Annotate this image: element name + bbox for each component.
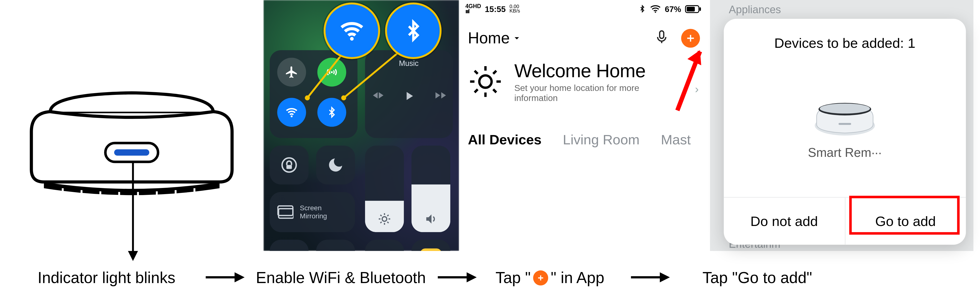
screen-mirroring-tile[interactable]: Screen Mirroring — [270, 192, 355, 232]
step2-panel: Music Screen Mirroring — [263, 0, 459, 251]
battery-icon — [685, 5, 702, 13]
svg-rect-26 — [278, 208, 294, 218]
step3-panel: 4GHD ıııl 15:55 0.00 KB/s 67% Home — [459, 0, 710, 251]
do-not-disturb-tile[interactable] — [316, 146, 355, 184]
svg-point-66 — [820, 103, 870, 113]
svg-line-61 — [493, 89, 496, 92]
svg-point-46 — [655, 11, 656, 13]
svg-rect-15 — [286, 165, 292, 169]
hd-badge: HD — [473, 3, 481, 10]
welcome-card[interactable]: Welcome Home Set your home location for … — [468, 60, 701, 103]
svg-rect-49 — [700, 7, 701, 11]
caption-step4: Tap "Go to add" — [702, 269, 812, 287]
chevron-right-icon: › — [695, 83, 698, 96]
status-bar: 4GHD ıııl 15:55 0.00 KB/s 67% — [459, 0, 710, 16]
home-label: Home — [468, 29, 510, 47]
screen-mirroring-label: Screen Mirroring — [300, 204, 327, 221]
svg-rect-50 — [660, 31, 664, 38]
svg-rect-9 — [114, 149, 149, 156]
orientation-lock-tile[interactable] — [270, 146, 309, 184]
chevron-down-icon — [512, 33, 521, 42]
indicator-arrow — [127, 162, 139, 262]
wifi-callout — [324, 2, 380, 59]
clock: 15:55 — [485, 4, 506, 13]
svg-line-62 — [474, 89, 478, 92]
svg-line-60 — [474, 71, 478, 74]
welcome-title: Welcome Home — [514, 60, 659, 82]
svg-point-55 — [479, 75, 492, 88]
caption-step3: Tap " " in App — [495, 269, 604, 287]
bg-category: Appliances — [729, 4, 781, 16]
svg-marker-75 — [660, 272, 670, 282]
device-thumbnail — [810, 93, 880, 137]
speed-bottom: KB/s — [509, 8, 520, 14]
bluetooth-icon — [403, 17, 424, 45]
svg-marker-11 — [128, 251, 138, 261]
svg-point-45 — [350, 37, 354, 41]
svg-line-22 — [387, 222, 388, 223]
tab-master[interactable]: Mast — [661, 132, 690, 148]
tab-living-room[interactable]: Living Room — [563, 132, 640, 148]
step4-panel: Appliances Entertainm Devices to be adde… — [710, 0, 974, 251]
caption-step1: Indicator light blinks — [38, 269, 175, 287]
timer-tile[interactable] — [316, 240, 355, 251]
svg-line-24 — [387, 215, 388, 216]
brightness-slider[interactable] — [365, 146, 404, 232]
caption-step3-pre: Tap " — [495, 269, 531, 287]
arrow-2-3 — [435, 267, 479, 288]
bluetooth-callout — [385, 2, 441, 59]
device-name: Smart Rem··· — [808, 145, 882, 160]
flashlight-tile[interactable] — [270, 240, 309, 251]
plus-icon — [686, 33, 695, 43]
caption-step2: Enable WiFi & Bluetooth — [256, 269, 426, 287]
microphone-icon — [654, 29, 670, 45]
voice-button[interactable] — [654, 29, 670, 48]
brightness-icon — [377, 212, 391, 226]
moon-icon — [327, 156, 344, 174]
home-tile[interactable] — [411, 240, 450, 251]
svg-rect-25 — [278, 206, 293, 215]
wifi-status-icon — [650, 5, 661, 13]
svg-rect-67 — [838, 122, 851, 124]
step1-panel — [0, 0, 263, 251]
do-not-add-button[interactable]: Do not add — [724, 197, 845, 245]
battery-pct: 67% — [665, 4, 681, 13]
room-tabs: All Devices Living Room Mast ··· — [468, 132, 701, 148]
orientation-lock-icon — [280, 156, 299, 175]
arrow-1-2 — [203, 267, 247, 288]
tab-all-devices[interactable]: All Devices — [468, 132, 542, 148]
arrow-3-4 — [628, 267, 672, 288]
welcome-sub: Set your home location for more informat… — [514, 83, 659, 103]
popup-title: Devices to be added: 1 — [724, 19, 966, 55]
svg-line-21 — [380, 215, 382, 216]
svg-point-16 — [382, 217, 387, 221]
volume-slider[interactable] — [411, 146, 450, 232]
flashlight-icon — [283, 250, 295, 251]
add-device-button[interactable] — [681, 29, 700, 48]
home-dropdown[interactable]: Home — [468, 29, 521, 47]
device-preview: Smart Rem··· — [724, 55, 966, 197]
calculator-tile[interactable] — [365, 240, 404, 251]
svg-marker-69 — [234, 272, 245, 282]
go-to-add-highlight — [849, 196, 960, 235]
wifi-icon — [338, 17, 366, 45]
volume-icon — [424, 212, 438, 226]
screen-mirroring-icon — [277, 205, 294, 219]
sun-icon — [468, 64, 503, 99]
svg-line-23 — [380, 222, 382, 223]
svg-rect-48 — [687, 6, 695, 11]
inline-plus-icon — [533, 270, 548, 285]
caption-step3-post: " in App — [551, 269, 604, 287]
svg-line-63 — [493, 71, 496, 74]
svg-marker-71 — [467, 272, 477, 282]
bluetooth-status-icon — [638, 5, 646, 13]
